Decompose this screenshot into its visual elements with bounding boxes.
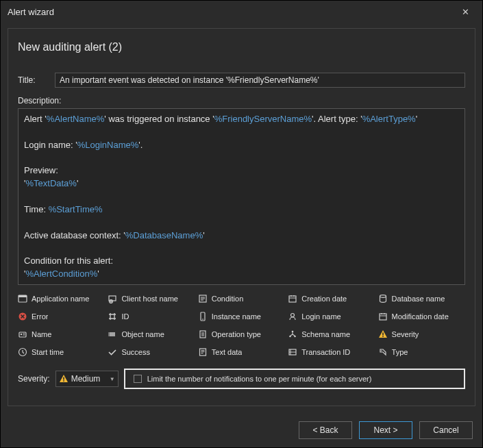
placeholder-text-data[interactable]: Text data (198, 345, 285, 359)
title-label: Title: (18, 75, 55, 85)
placeholder-modification-date[interactable]: Modification date (378, 310, 465, 323)
placeholder-label: Client host name (121, 295, 178, 303)
placeholder-start-time[interactable]: Start time (18, 345, 105, 359)
window-title: Alert wizard (8, 7, 455, 17)
description-label: Description: (18, 96, 55, 105)
placeholder-database-name[interactable]: Database name (378, 292, 465, 306)
step-title: New auditing alert (2) (18, 41, 465, 53)
cancel-button[interactable]: Cancel (419, 421, 473, 439)
placeholder-label: Condition (212, 295, 243, 303)
placeholder-transaction-id[interactable]: Transaction ID (288, 345, 375, 359)
txn-icon (288, 347, 297, 357)
placeholder-name[interactable]: Name (18, 327, 105, 341)
condition-icon (198, 294, 208, 303)
description-input[interactable]: Alert '%AlertName%' was triggered on ins… (18, 108, 465, 285)
placeholder-label: Login name (301, 312, 341, 321)
placeholder-label: Instance name (212, 312, 261, 321)
close-button[interactable]: ✕ (455, 3, 475, 20)
optype-icon (198, 329, 208, 339)
title-row: Title: (18, 73, 465, 88)
placeholder-label: Application name (32, 295, 89, 303)
clock-icon (18, 347, 27, 357)
placeholder-label: Type (392, 348, 408, 356)
placeholder-label: Error (32, 312, 48, 321)
placeholder-client-host-name[interactable]: Client host name (108, 292, 195, 306)
placeholder-label: Database name (392, 295, 445, 303)
placeholder-severity[interactable]: Severity (378, 327, 465, 341)
placeholder-label: Object name (121, 330, 164, 338)
severity-selected: Medium (71, 374, 101, 384)
placeholders-grid: Application nameClient host nameConditio… (18, 292, 465, 359)
severity-icon (378, 329, 388, 339)
placeholder-label: Transaction ID (301, 348, 350, 356)
placeholder-creation-date[interactable]: Creation date (288, 292, 375, 306)
close-icon: ✕ (462, 7, 469, 17)
placeholder-login-name[interactable]: Login name (288, 310, 375, 323)
placeholder-label: Modification date (392, 312, 449, 321)
app-icon (18, 294, 27, 303)
placeholder-instance-name[interactable]: Instance name (198, 310, 285, 323)
date-icon (288, 294, 297, 303)
warning-icon (59, 374, 69, 384)
placeholder-success[interactable]: Success (108, 345, 195, 359)
wizard-buttons: < Back Next > Cancel (1, 413, 482, 447)
placeholder-label: Success (121, 348, 150, 356)
alert-wizard-window: Alert wizard ✕ New auditing alert (2) Ti… (0, 0, 483, 448)
next-button[interactable]: Next > (359, 421, 412, 439)
description-section: Description: Alert '%AlertName%' was tri… (18, 96, 465, 285)
placeholder-id[interactable]: ID (108, 310, 195, 323)
login-icon (288, 312, 297, 321)
object-icon (108, 329, 117, 339)
placeholder-label: Name (32, 330, 51, 338)
placeholder-schema-name[interactable]: Schema name (288, 327, 375, 341)
placeholder-type[interactable]: Type (378, 345, 465, 359)
instance-icon (198, 312, 208, 321)
placeholder-label: Creation date (301, 295, 347, 303)
placeholder-application-name[interactable]: Application name (18, 292, 105, 306)
schema-icon (288, 329, 297, 339)
severity-label: Severity: (18, 374, 50, 384)
titlebar: Alert wizard ✕ (1, 1, 482, 23)
back-button[interactable]: < Back (299, 421, 352, 439)
placeholder-label: Schema name (301, 330, 350, 338)
placeholder-label: Operation type (212, 330, 261, 338)
type-icon (378, 347, 388, 357)
text-icon (198, 347, 208, 357)
severity-combo[interactable]: Medium ▼ (55, 371, 119, 387)
chevron-down-icon: ▼ (110, 376, 115, 382)
name-icon (18, 329, 27, 339)
check-icon (108, 347, 117, 357)
placeholder-object-name[interactable]: Object name (108, 327, 195, 341)
placeholder-condition[interactable]: Condition (198, 292, 285, 306)
host-icon (108, 294, 117, 303)
placeholder-label: Start time (32, 348, 64, 356)
date-icon (378, 312, 388, 321)
db-icon (378, 294, 388, 303)
placeholder-operation-type[interactable]: Operation type (198, 327, 285, 341)
limit-notifications-box: Limit the number of notifications to one… (124, 369, 465, 389)
severity-row: Severity: Medium ▼ Limit the number of n… (18, 369, 465, 389)
limit-checkbox[interactable] (134, 375, 142, 383)
placeholder-label: ID (121, 312, 129, 321)
title-input[interactable] (55, 73, 465, 88)
error-icon (18, 312, 27, 321)
placeholder-label: Text data (212, 348, 243, 356)
placeholder-error[interactable]: Error (18, 310, 105, 323)
placeholder-label: Severity (392, 330, 419, 338)
wizard-body: New auditing alert (2) Title: Descriptio… (8, 28, 475, 406)
id-icon (108, 312, 117, 321)
limit-label: Limit the number of notifications to one… (147, 375, 372, 383)
